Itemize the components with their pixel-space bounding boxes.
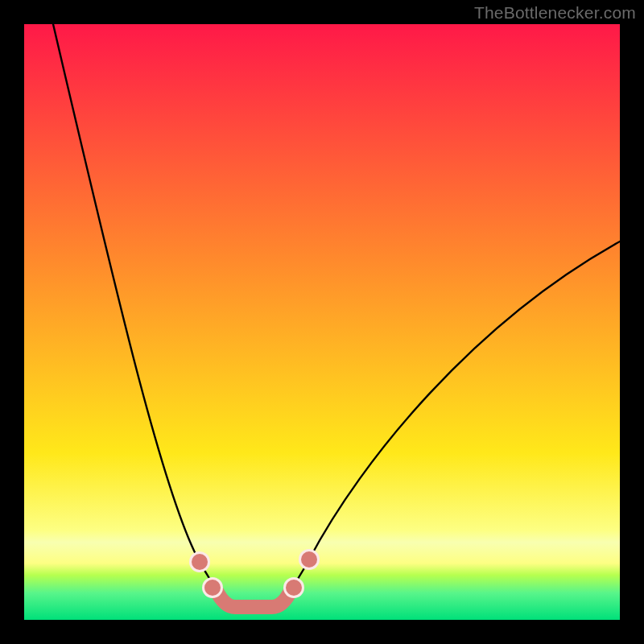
chart-svg [24, 24, 620, 620]
marker-left-upper [189, 551, 210, 572]
chart-frame: TheBottlenecker.com [0, 0, 644, 644]
watermark-text: TheBottlenecker.com [474, 3, 636, 23]
svg-point-3 [204, 580, 221, 596]
svg-point-7 [301, 551, 317, 568]
marker-right-upper [299, 549, 320, 570]
gradient-background [24, 24, 620, 620]
marker-left-lower [202, 577, 223, 598]
plot-area [24, 24, 620, 620]
svg-point-1 [192, 554, 208, 570]
marker-right-lower [283, 577, 304, 598]
svg-point-5 [286, 580, 302, 596]
